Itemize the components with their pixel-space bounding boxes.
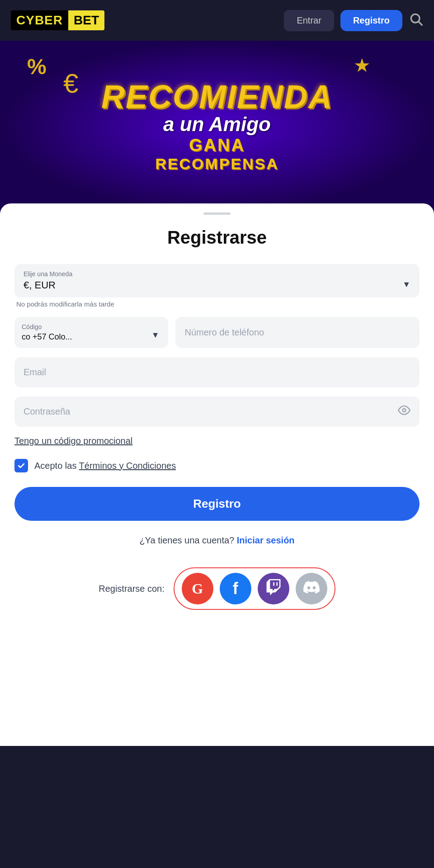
currency-value: €, EUR xyxy=(24,279,410,291)
terms-checkbox[interactable] xyxy=(14,459,28,472)
logo-cyber: CYBER xyxy=(11,10,68,30)
terms-text: Acepto las Términos y Condiciones xyxy=(34,461,176,471)
google-icon: G xyxy=(192,580,203,597)
password-group xyxy=(14,396,420,427)
header-actions: Entrar Registro xyxy=(284,10,423,31)
currency-select[interactable]: Elije una Moneda €, EUR ▼ xyxy=(14,264,420,297)
chevron-down-icon-phone: ▼ xyxy=(151,330,160,340)
social-buttons: G f xyxy=(174,567,335,610)
phone-row: Código co +57 Colo... ▼ xyxy=(14,317,420,348)
banner-star-symbol: ★ xyxy=(354,54,371,76)
email-group xyxy=(14,357,420,387)
banner-gana: GANA xyxy=(101,136,333,155)
social-label: Registrarse con: xyxy=(99,584,165,594)
email-input[interactable] xyxy=(14,357,420,387)
login-link[interactable]: Iniciar sesión xyxy=(237,535,295,545)
banner-text: RECOMIENDA a un Amigo GANA RECOMPENSA xyxy=(92,71,342,182)
eye-icon[interactable] xyxy=(398,404,410,420)
banner-amigo: a un Amigo xyxy=(101,113,333,136)
svg-point-2 xyxy=(403,409,406,412)
phone-number-field[interactable] xyxy=(175,317,420,348)
promo-code-link[interactable]: Tengo un código promocional xyxy=(14,436,132,446)
logo-bet: BET xyxy=(68,10,104,30)
registro-header-button[interactable]: Registro xyxy=(340,10,402,31)
svg-line-1 xyxy=(419,22,422,25)
facebook-icon: f xyxy=(233,579,238,598)
registro-main-button[interactable]: Registro xyxy=(14,487,420,521)
password-input[interactable] xyxy=(14,396,420,427)
discord-icon xyxy=(303,579,320,598)
promo-banner: % € RECOMIENDA a un Amigo GANA RECOMPENS… xyxy=(0,41,434,212)
drag-handle xyxy=(203,212,231,215)
phone-code-label: Código xyxy=(22,323,161,330)
banner-percent-symbol: % xyxy=(27,54,47,79)
google-login-button[interactable]: G xyxy=(182,573,213,604)
registration-sheet: Registrarse Elije una Moneda €, EUR ▼ No… xyxy=(0,203,434,746)
entrar-button[interactable]: Entrar xyxy=(284,10,334,31)
logo: CYBER BET xyxy=(11,10,104,30)
chevron-down-icon: ▼ xyxy=(402,280,410,289)
social-section: Registrarse con: G f xyxy=(14,567,420,610)
twitch-login-button[interactable] xyxy=(258,573,289,604)
phone-code-select[interactable]: Código co +57 Colo... ▼ xyxy=(14,317,168,348)
twitch-icon xyxy=(265,579,282,598)
facebook-login-button[interactable]: f xyxy=(220,573,251,604)
terms-row: Acepto las Términos y Condiciones xyxy=(14,459,420,472)
currency-hint: No podrás modificarla más tarde xyxy=(14,300,420,308)
login-text: ¿Ya tienes una cuenta? xyxy=(139,535,234,545)
login-row: ¿Ya tienes una cuenta? Iniciar sesión xyxy=(14,535,420,546)
header: CYBER BET Entrar Registro xyxy=(0,0,434,41)
phone-code-value: co +57 Colo... xyxy=(22,332,161,342)
banner-recomienda: RECOMIENDA xyxy=(101,80,333,113)
terms-link[interactable]: Términos y Condiciones xyxy=(79,461,176,471)
currency-group: Elije una Moneda €, EUR ▼ No podrás modi… xyxy=(14,264,420,308)
search-icon[interactable] xyxy=(409,12,423,29)
form-title: Registrarse xyxy=(14,227,420,248)
phone-number-input[interactable] xyxy=(184,327,410,338)
banner-recompensa: RECOMPENSA xyxy=(101,155,333,173)
discord-login-button[interactable] xyxy=(296,573,327,604)
currency-label: Elije una Moneda xyxy=(24,270,410,278)
banner-euro-symbol: € xyxy=(63,68,78,99)
